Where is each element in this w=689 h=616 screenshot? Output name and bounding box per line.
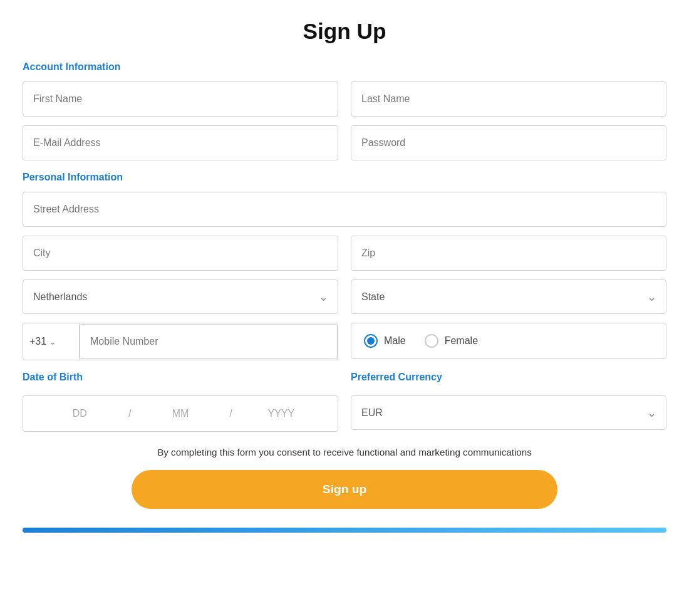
country-select[interactable]: Netherlands Germany France United Kingdo… <box>23 279 338 314</box>
state-select-wrapper: State ⌄ <box>351 279 666 314</box>
female-label: Female <box>445 335 478 347</box>
dob-label-wrapper: Date of Birth <box>23 372 338 389</box>
dob-label: Date of Birth <box>23 372 338 383</box>
street-address-group <box>23 192 666 227</box>
male-label: Male <box>384 335 406 347</box>
zip-input[interactable] <box>351 236 666 271</box>
gender-group: Male Female <box>351 323 666 360</box>
dob-group: DD / MM / YYYY <box>23 395 338 432</box>
currency-label: Preferred Currency <box>351 372 666 383</box>
phone-number-input[interactable] <box>80 324 338 359</box>
female-radio-circle <box>425 334 438 348</box>
dob-currency-row: DD / MM / YYYY EUR USD GBP CHF ⌄ <box>23 395 666 432</box>
first-name-input[interactable] <box>23 81 338 117</box>
dob-mm-placeholder: MM <box>134 408 227 419</box>
gender-options: Male Female <box>351 323 666 359</box>
country-select-wrapper: Netherlands Germany France United Kingdo… <box>23 279 338 314</box>
phone-code-arrow-icon: ⌄ <box>49 337 56 347</box>
phone-gender-row: +31 ⌄ Male Female <box>23 323 666 360</box>
first-name-group <box>23 81 338 117</box>
password-input[interactable] <box>351 125 666 160</box>
dob-dd-placeholder: DD <box>33 408 126 419</box>
state-select[interactable]: State <box>351 279 666 314</box>
state-group: State ⌄ <box>351 279 666 314</box>
male-radio-inner <box>367 337 375 345</box>
currency-label-wrapper: Preferred Currency <box>351 372 666 389</box>
dob-yyyy-placeholder: YYYY <box>235 408 328 419</box>
dob-sep2: / <box>227 408 234 419</box>
account-information-section: Account Information <box>23 61 666 160</box>
street-address-input[interactable] <box>23 192 666 227</box>
bottom-decorative-bar <box>23 528 666 533</box>
dob-currency-labels: Date of Birth Preferred Currency <box>23 372 666 389</box>
female-option[interactable]: Female <box>425 334 478 348</box>
phone-code-dropdown[interactable]: +31 ⌄ <box>23 323 80 360</box>
phone-row-container: +31 ⌄ <box>23 323 338 360</box>
currency-group: EUR USD GBP CHF ⌄ <box>351 395 666 432</box>
country-group: Netherlands Germany France United Kingdo… <box>23 279 338 314</box>
account-section-label: Account Information <box>23 61 666 73</box>
dob-container: DD / MM / YYYY <box>23 395 338 432</box>
currency-select[interactable]: EUR USD GBP CHF <box>351 395 666 430</box>
currency-select-wrapper: EUR USD GBP CHF ⌄ <box>351 395 666 430</box>
dob-sep1: / <box>126 408 133 419</box>
male-option[interactable]: Male <box>364 334 406 348</box>
street-row <box>23 192 666 227</box>
male-radio-circle <box>364 334 378 348</box>
email-password-row <box>23 125 666 160</box>
password-group <box>351 125 666 160</box>
zip-group <box>351 236 666 271</box>
name-row <box>23 81 666 117</box>
last-name-group <box>351 81 666 117</box>
page-title: Sign Up <box>23 19 666 44</box>
consent-text: By completing this form you consent to r… <box>23 447 666 457</box>
personal-information-section: Personal Information Netherlands Germany… <box>23 172 666 360</box>
personal-section-label: Personal Information <box>23 172 666 183</box>
email-group <box>23 125 338 160</box>
last-name-input[interactable] <box>351 81 666 117</box>
signup-button[interactable]: Sign up <box>132 470 557 509</box>
phone-code-label: +31 <box>29 336 46 347</box>
country-state-row: Netherlands Germany France United Kingdo… <box>23 279 666 314</box>
email-input[interactable] <box>23 125 338 160</box>
city-group <box>23 236 338 271</box>
phone-group: +31 ⌄ <box>23 323 338 360</box>
city-zip-row <box>23 236 666 271</box>
city-input[interactable] <box>23 236 338 271</box>
